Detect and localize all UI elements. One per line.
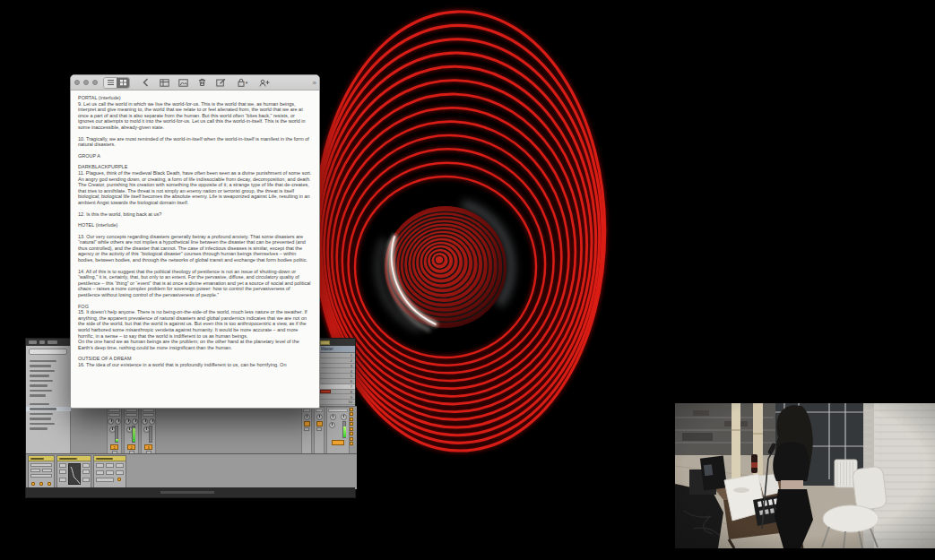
- compose-icon[interactable]: [215, 77, 228, 88]
- traffic-lights: [74, 80, 98, 85]
- warp-button[interactable]: [39, 482, 43, 486]
- toolbar-overflow-icon[interactable]: »: [313, 79, 316, 87]
- scene-launch-column: [349, 406, 354, 453]
- track-activator[interactable]: 2: [127, 444, 135, 450]
- device-view: [26, 453, 357, 489]
- master-track-header[interactable]: Master: [318, 346, 355, 353]
- paragraph: DARKBLACKPURPLE: [78, 164, 312, 170]
- browser-item-label: [30, 370, 55, 373]
- view-toggle[interactable]: [103, 77, 130, 89]
- scene-stop-red[interactable]: [320, 390, 331, 393]
- device-panel-3[interactable]: [93, 455, 126, 488]
- volume-fader[interactable]: [132, 426, 135, 443]
- text-block: FOG15. It doesn’t help anyone. There is …: [78, 304, 312, 351]
- scene-row[interactable]: 10: [318, 400, 355, 405]
- scene-launch-button[interactable]: [350, 437, 354, 441]
- scene-launch-button[interactable]: [350, 442, 354, 445]
- send-knob[interactable]: [125, 418, 131, 425]
- send-knob[interactable]: [132, 418, 138, 425]
- scene-launch-button[interactable]: [350, 422, 354, 426]
- browser-item-label: [30, 427, 48, 430]
- delete-icon[interactable]: [196, 77, 209, 88]
- paragraph: OUTSIDE OF A DREAM: [78, 356, 312, 362]
- loop-button[interactable]: [31, 482, 35, 486]
- zoom-window-button[interactable]: [92, 80, 98, 85]
- device-panel-2[interactable]: [56, 455, 91, 488]
- browser-item-label: [30, 380, 53, 383]
- scene-column: Master 12345678910: [317, 346, 355, 406]
- browser-items: [26, 358, 71, 431]
- master-fader[interactable]: [342, 421, 346, 438]
- paragraph: HOTEL (interlude): [78, 222, 312, 228]
- browser-item-label: [30, 408, 56, 410]
- text-block: DARKBLACKPURPLE11. Plagues, think of the…: [78, 164, 312, 205]
- text-block: 13. Our very concepts regarding disaster…: [78, 234, 312, 263]
- return-activator[interactable]: [304, 421, 310, 426]
- browser-item-label: [30, 360, 56, 363]
- browser-item-label: [30, 413, 53, 416]
- clip-cell[interactable]: [320, 340, 330, 345]
- pan-knob[interactable]: [316, 414, 323, 420]
- lock-icon[interactable]: ▾: [234, 77, 252, 88]
- webcam-scene: [675, 403, 935, 548]
- browser-item-label: [30, 365, 51, 367]
- notes-window: ▾ » PORTAL (interlude)9. Let us call the…: [70, 74, 320, 409]
- notes-toolbar: ▾ »: [71, 75, 319, 90]
- track-activator[interactable]: 3: [144, 444, 152, 450]
- clip-view-panel[interactable]: [28, 455, 55, 488]
- pan-knob[interactable]: [304, 414, 310, 420]
- solo-button[interactable]: [304, 427, 309, 431]
- launch-button[interactable]: [48, 482, 51, 486]
- scene-number: 9: [351, 395, 352, 400]
- volume-fader[interactable]: [115, 426, 118, 443]
- text-block: 10. Tragically, we are most reminded of …: [78, 136, 312, 148]
- media-icon[interactable]: [177, 77, 190, 88]
- browser-item-label: [30, 394, 46, 397]
- paragraph: PORTAL (interlude): [78, 95, 312, 101]
- device-on-button[interactable]: [117, 478, 121, 481]
- send-knob[interactable]: [142, 418, 148, 425]
- paragraph: FOG: [78, 304, 312, 310]
- collaborate-icon[interactable]: [258, 77, 271, 88]
- cue-knob[interactable]: [341, 414, 347, 420]
- list-view-icon[interactable]: [104, 78, 117, 88]
- gallery-view-icon[interactable]: [117, 78, 129, 88]
- return-strip-a: [301, 407, 312, 454]
- track-activator[interactable]: 1: [110, 444, 118, 450]
- send-knob[interactable]: [108, 418, 114, 425]
- device-curve-display: [69, 464, 82, 486]
- document-text[interactable]: PORTAL (interlude)9. Let us call the wor…: [71, 90, 319, 377]
- scene-launch-button[interactable]: [350, 412, 354, 416]
- scene-number: 7: [351, 384, 352, 389]
- master-volume-knob[interactable]: [329, 422, 335, 428]
- send-knob[interactable]: [149, 418, 155, 425]
- browser-item[interactable]: [26, 426, 71, 432]
- table-icon[interactable]: [159, 77, 171, 88]
- track-strip-1: 1: [107, 407, 122, 454]
- browser-item-label: [30, 403, 49, 406]
- mixer-section: 1 2 3: [71, 406, 357, 453]
- browser-search-field[interactable]: [29, 349, 67, 355]
- close-button[interactable]: [74, 80, 80, 85]
- browser-item-label: [30, 384, 48, 387]
- lock-dropdown-icon[interactable]: ▾: [246, 80, 248, 85]
- browser-item-label: [30, 375, 49, 377]
- browser-sidebar: [26, 346, 71, 453]
- minimize-button[interactable]: [83, 80, 89, 85]
- solo-button[interactable]: [316, 427, 322, 431]
- back-button[interactable]: [140, 77, 152, 88]
- scene-launch-button[interactable]: [350, 427, 354, 431]
- paragraph: 12. Is this the world, biting back at us…: [78, 211, 312, 218]
- scene-launch-button[interactable]: [350, 418, 354, 421]
- scene-number: 3: [351, 364, 352, 368]
- volume-fader[interactable]: [149, 426, 152, 443]
- master-button[interactable]: [332, 440, 344, 445]
- track-strip-2: 2: [124, 407, 139, 454]
- return-activator[interactable]: [316, 421, 323, 426]
- scene-launch-button[interactable]: [350, 432, 354, 435]
- text-block: PORTAL (interlude)9. Let us call the wor…: [78, 95, 312, 131]
- scene-number: 10: [349, 400, 352, 404]
- send-knob[interactable]: [115, 418, 121, 425]
- pan-knob[interactable]: [330, 414, 336, 420]
- scene-launch-button[interactable]: [350, 408, 354, 411]
